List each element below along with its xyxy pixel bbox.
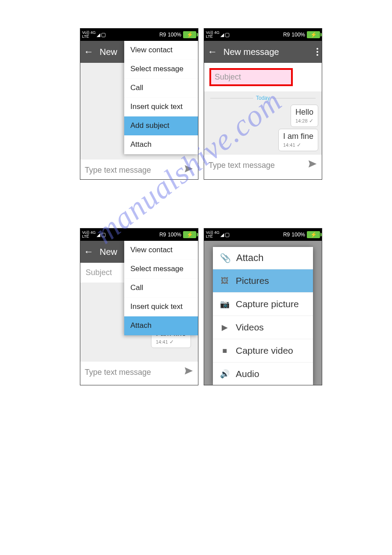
message-input[interactable]: Type text message: [209, 161, 275, 170]
send-button[interactable]: [184, 366, 194, 378]
message-bubble[interactable]: Hello 14:28 ✓: [291, 105, 318, 127]
message-input-row: Type text message: [80, 160, 198, 180]
check-icon: ✓: [169, 339, 174, 345]
message-input[interactable]: Type text message: [85, 368, 151, 377]
pictures-icon: 🖼: [220, 276, 230, 286]
subject-row: Subject: [204, 63, 322, 91]
screenshot-1-menu-add-subject: Vo)) 4GLTE ◢ ▢ R9 100% ⚡ ← New 14:41 ✓: [80, 28, 198, 180]
roaming-indicator: R9: [283, 232, 290, 238]
camera-icon: 📷: [220, 299, 230, 309]
signal-icon: ◢: [220, 232, 224, 238]
attach-audio[interactable]: 🔊 Audio: [213, 362, 313, 385]
message-input-row: Type text message: [80, 362, 198, 383]
roaming-indicator: R9: [159, 232, 166, 238]
roaming-indicator: R9: [159, 32, 166, 38]
status-bar: Vo)) 4GLTE ◢ ▢ R9 100% ⚡: [204, 229, 322, 241]
battery-icon: ⚡: [307, 231, 320, 238]
photo-icon: ▢: [225, 232, 230, 238]
attach-dialog-title: 📎 Attach: [213, 247, 313, 269]
menu-select-message[interactable]: Select message: [124, 260, 198, 279]
battery-icon: ⚡: [183, 231, 196, 238]
menu-call[interactable]: Call: [124, 279, 198, 297]
battery-icon: ⚡: [183, 31, 196, 38]
attach-capture-picture[interactable]: 📷 Capture picture: [213, 292, 313, 316]
menu-add-subject[interactable]: Add subject: [124, 116, 198, 135]
menu-select-message[interactable]: Select message: [124, 60, 198, 79]
menu-call[interactable]: Call: [124, 79, 198, 98]
signal-icon: ◢: [220, 32, 224, 38]
battery-percent: 100%: [291, 32, 305, 38]
menu-insert-quick-text[interactable]: Insert quick text: [124, 98, 198, 116]
check-icon: ✓: [309, 118, 313, 124]
subject-input[interactable]: Subject: [86, 268, 112, 277]
message-input-row: Type text message: [204, 155, 322, 176]
signal-icon: ◢: [97, 32, 100, 38]
subject-input-highlighted[interactable]: Subject: [209, 68, 293, 86]
menu-insert-quick-text[interactable]: Insert quick text: [124, 297, 198, 316]
options-menu: View contact Select message Call Insert …: [124, 41, 198, 154]
attach-videos[interactable]: ▶ Videos: [213, 316, 313, 339]
roaming-indicator: R9: [283, 32, 290, 38]
audio-icon: 🔊: [220, 369, 230, 379]
chat-area: Today Hello 14:28 ✓ I am fine 14:41 ✓: [204, 91, 322, 155]
video-play-icon: ▶: [220, 323, 230, 332]
more-options-button[interactable]: [316, 48, 318, 56]
photo-icon: ▢: [225, 32, 230, 38]
menu-attach[interactable]: Attach: [124, 135, 198, 154]
options-menu: View contact Select message Call Insert …: [124, 241, 198, 335]
check-icon: ✓: [297, 142, 301, 148]
battery-percent: 100%: [168, 32, 181, 38]
photo-icon: ▢: [101, 232, 106, 238]
battery-percent: 100%: [291, 232, 305, 238]
send-button[interactable]: [308, 159, 317, 171]
date-separator: Today: [208, 95, 318, 101]
message-bubble[interactable]: I am fine 14:41 ✓: [278, 129, 318, 151]
back-button[interactable]: ←: [208, 46, 218, 58]
app-title: New message: [223, 47, 316, 57]
battery-percent: 100%: [168, 232, 181, 238]
back-button[interactable]: ←: [84, 46, 94, 58]
battery-icon: ⚡: [307, 31, 320, 38]
status-bar: Vo)) 4GLTE ◢ ▢ R9 100% ⚡: [80, 29, 198, 41]
attach-capture-video[interactable]: ■ Capture video: [213, 339, 313, 362]
attach-pictures[interactable]: 🖼 Pictures: [213, 269, 313, 292]
screenshot-4-attach-dialog: Vo)) 4GLTE ◢ ▢ R9 100% ⚡ 📎 Attach 🖼: [204, 228, 322, 385]
photo-icon: ▢: [101, 32, 106, 38]
menu-view-contact[interactable]: View contact: [124, 241, 198, 260]
status-bar: Vo)) 4GLTE ◢ ▢ R9 100% ⚡: [204, 29, 322, 41]
send-button[interactable]: [184, 164, 194, 176]
back-button[interactable]: ←: [84, 246, 94, 258]
signal-icon: ◢: [97, 232, 100, 238]
videocam-icon: ■: [220, 346, 230, 355]
message-input[interactable]: Type text message: [85, 166, 151, 175]
menu-attach[interactable]: Attach: [124, 316, 198, 335]
app-bar: ← New message: [204, 41, 322, 63]
status-bar: Vo)) 4GLTE ◢ ▢ R9 100% ⚡: [80, 229, 198, 241]
menu-view-contact[interactable]: View contact: [124, 41, 198, 60]
attach-dialog: 📎 Attach 🖼 Pictures 📷 Capture picture ▶ …: [213, 247, 313, 385]
screenshot-2-subject-field: Vo)) 4GLTE ◢ ▢ R9 100% ⚡ ← New message: [204, 28, 322, 180]
paperclip-icon: 📎: [220, 253, 231, 263]
screenshot-3-menu-attach: Vo)) 4GLTE ◢ ▢ R9 100% ⚡ ← New Subject: [80, 228, 198, 385]
